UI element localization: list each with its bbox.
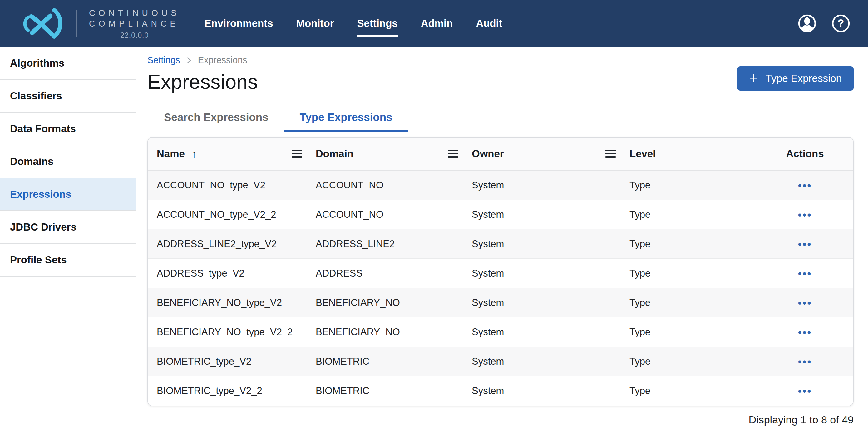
cell-name: BIOMETRIC_type_V2_2 (148, 385, 291, 397)
pagination-status: Displaying 1 to 8 of 49 (147, 414, 854, 426)
cell-name: ACCOUNT_NO_type_V2_2 (148, 209, 291, 220)
column-header-name[interactable]: Name ↑ (148, 148, 291, 160)
cell-domain: BIOMETRIC (291, 385, 448, 397)
column-header-actions: Actions (784, 148, 853, 160)
cell-level: Type (606, 356, 784, 367)
row-actions-menu-icon[interactable]: ••• (798, 386, 812, 396)
row-actions-menu-icon[interactable]: ••• (798, 239, 812, 250)
column-label-level: Level (629, 148, 656, 160)
column-label-name: Name (157, 148, 185, 160)
column-menu-icon[interactable] (606, 150, 616, 157)
column-header-domain[interactable]: Domain (291, 148, 448, 160)
table-header-row: Name ↑ Domain Owner Level (148, 138, 853, 171)
main-nav: Environments Monitor Settings Admin Audi… (205, 17, 502, 30)
nav-item-settings[interactable]: Settings (357, 17, 398, 30)
cell-name: ACCOUNT_NO_type_V2 (148, 180, 291, 191)
breadcrumb-current: Expressions (198, 55, 247, 65)
sidebar-item-expressions[interactable]: Expressions (0, 178, 136, 211)
cell-domain: BENEFICIARY_NO (291, 327, 448, 338)
sidebar-item-jdbc-drivers[interactable]: JDBC Drivers (0, 211, 136, 244)
sidebar-item-algorithms[interactable]: Algorithms (0, 47, 136, 80)
sidebar-item-profile-sets[interactable]: Profile Sets (0, 244, 136, 276)
column-header-owner[interactable]: Owner (448, 148, 606, 160)
cell-name: BIOMETRIC_type_V2 (148, 356, 291, 367)
cell-owner: System (448, 268, 606, 279)
cell-level: Type (606, 238, 784, 250)
top-nav: CONTINUOUS COMPLIANCE 22.0.0.0 Environme… (0, 0, 868, 47)
type-expressions-table: Name ↑ Domain Owner Level (147, 137, 854, 406)
cell-level: Type (606, 209, 784, 220)
row-actions-menu-icon[interactable]: ••• (798, 297, 812, 308)
cell-owner: System (448, 297, 606, 309)
column-label-owner: Owner (472, 148, 504, 160)
cell-owner: System (448, 209, 606, 220)
column-label-domain: Domain (316, 148, 353, 160)
cell-name: ADDRESS_type_V2 (148, 268, 291, 279)
sidebar-item-domains[interactable]: Domains (0, 145, 136, 178)
sidebar-item-classifiers[interactable]: Classifiers (0, 80, 136, 113)
cell-name: BENEFICIARY_NO_type_V2 (148, 297, 291, 309)
cell-owner: System (448, 238, 606, 250)
cell-domain: BIOMETRIC (291, 356, 448, 367)
cell-domain: BENEFICIARY_NO (291, 297, 448, 309)
sort-asc-icon: ↑ (192, 148, 197, 160)
cell-name: ADDRESS_LINE2_type_V2 (148, 238, 291, 250)
breadcrumb: Settings Expressions (147, 55, 854, 65)
column-label-actions: Actions (784, 148, 826, 160)
cell-owner: System (448, 327, 606, 338)
cell-domain: ACCOUNT_NO (291, 180, 448, 191)
row-actions-menu-icon[interactable]: ••• (798, 268, 812, 279)
brand-text: CONTINUOUS COMPLIANCE 22.0.0.0 (89, 7, 180, 40)
cell-owner: System (448, 180, 606, 191)
nav-item-environments[interactable]: Environments (205, 17, 273, 30)
brand-line2: COMPLIANCE (89, 19, 180, 29)
cell-level: Type (606, 385, 784, 397)
user-avatar-icon[interactable] (798, 14, 816, 32)
main-content: Settings Expressions Expressions + Type … (137, 47, 868, 440)
row-actions-menu-icon[interactable]: ••• (798, 180, 812, 190)
table-row: BIOMETRIC_type_V2 BIOMETRIC System Type … (148, 347, 853, 376)
table-row: ACCOUNT_NO_type_V2_2 ACCOUNT_NO System T… (148, 200, 853, 229)
add-button-label: Type Expression (766, 72, 842, 84)
svg-text:?: ? (838, 17, 844, 29)
brand[interactable]: CONTINUOUS COMPLIANCE 22.0.0.0 (18, 7, 180, 40)
settings-sidebar: Algorithms Classifiers Data Formats Doma… (0, 47, 136, 440)
breadcrumb-settings-link[interactable]: Settings (147, 55, 180, 65)
table-row: ACCOUNT_NO_type_V2 ACCOUNT_NO System Typ… (148, 171, 853, 200)
column-menu-icon[interactable] (291, 150, 302, 157)
help-icon[interactable]: ? (832, 14, 850, 32)
brand-line1: CONTINUOUS (89, 8, 180, 19)
nav-item-monitor[interactable]: Monitor (296, 17, 334, 30)
tab-search-expressions[interactable]: Search Expressions (148, 111, 284, 132)
column-menu-icon[interactable] (448, 150, 458, 157)
table-row: ADDRESS_LINE2_type_V2 ADDRESS_LINE2 Syst… (148, 229, 853, 259)
cell-level: Type (606, 297, 784, 309)
brand-divider (76, 10, 77, 37)
table-row: ADDRESS_type_V2 ADDRESS System Type ••• (148, 259, 853, 288)
tab-type-expressions[interactable]: Type Expressions (284, 111, 408, 132)
table-row: BENEFICIARY_NO_type_V2 BENEFICIARY_NO Sy… (148, 288, 853, 318)
plus-icon: + (749, 70, 758, 86)
brand-version: 22.0.0.0 (89, 31, 180, 40)
cell-owner: System (448, 356, 606, 367)
row-actions-menu-icon[interactable]: ••• (798, 209, 812, 220)
sidebar-item-data-formats[interactable]: Data Formats (0, 113, 136, 145)
table-row: BENEFICIARY_NO_type_V2_2 BENEFICIARY_NO … (148, 318, 853, 347)
cell-owner: System (448, 385, 606, 397)
column-header-level[interactable]: Level (606, 148, 784, 160)
cell-domain: ACCOUNT_NO (291, 209, 448, 220)
cell-level: Type (606, 268, 784, 279)
cell-level: Type (606, 180, 784, 191)
table-row: BIOMETRIC_type_V2_2 BIOMETRIC System Typ… (148, 376, 853, 406)
expression-tabs: Search Expressions Type Expressions (147, 111, 854, 132)
cell-domain: ADDRESS_LINE2 (291, 238, 448, 250)
row-actions-menu-icon[interactable]: ••• (798, 356, 812, 367)
breadcrumb-chevron-icon (186, 56, 192, 64)
cell-level: Type (606, 327, 784, 338)
nav-item-audit[interactable]: Audit (476, 17, 502, 30)
cell-name: BENEFICIARY_NO_type_V2_2 (148, 327, 291, 338)
row-actions-menu-icon[interactable]: ••• (798, 327, 812, 338)
add-type-expression-button[interactable]: + Type Expression (737, 66, 854, 91)
nav-right: ? (798, 14, 850, 32)
nav-item-admin[interactable]: Admin (421, 17, 453, 30)
